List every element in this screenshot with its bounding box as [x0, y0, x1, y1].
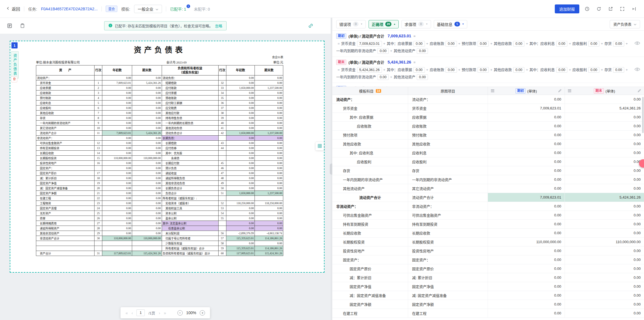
edit-column-icon[interactable] — [637, 89, 641, 93]
mapping-row[interactable]: 非流动资产：非流动资产：0.000.00 — [332, 202, 644, 211]
fullscreen-icon[interactable] — [618, 5, 626, 13]
mapping-row[interactable]: 减：固定资产减值准备减: 固定资产减值准备0.000.00 — [332, 291, 644, 300]
sheet-cell: 归属于母公司所有者 — [162, 236, 218, 241]
sheet-cell: 27 — [95, 221, 102, 226]
sheet-row: 长期待摊费用270.000.00其中: 法定盈余公积0.000.00 — [36, 221, 283, 226]
sheet-cell: 0.00 — [102, 96, 132, 101]
zoom-in-button[interactable]: + — [200, 310, 205, 316]
column-menu-icon[interactable] — [568, 89, 572, 92]
task-id-link[interactable]: F0A41B46572E47D2A2B72A2... — [41, 7, 98, 11]
term-value-chip: 0.00 — [417, 48, 428, 54]
document-viewport[interactable]: 资产负债表 会企01表 单位:丽水金汛股权投资有限公司 会计月:2023-09 … — [0, 34, 331, 320]
form-number: 会企01表 — [36, 55, 283, 59]
mapping-row[interactable]: 其中: 应收票据应收票据0.000.00 — [332, 113, 644, 122]
table-recognition-button[interactable] — [316, 142, 324, 150]
filter-tab-correct[interactable]: 正确项20▲ — [369, 20, 399, 28]
collapse-panel-icon[interactable] — [630, 5, 638, 13]
mapping-row[interactable]: 其他应收款其他应收款0.000.00 — [332, 140, 644, 148]
mapping-row[interactable]: 长期股权投资长期股权投资110,000,000.00110,000,000.00 — [332, 238, 644, 246]
original-item-cell: 预付账款 — [408, 131, 488, 139]
eye-icon[interactable] — [635, 67, 640, 72]
first-page-icon[interactable]: « — [125, 311, 128, 315]
period-begin-value: 0.00 — [488, 309, 565, 317]
mapping-row[interactable]: 固定资产原价固定资产原价0.000.00 — [332, 264, 644, 273]
zoom-out-button[interactable]: − — [177, 310, 183, 316]
period-end-value: 0.00 — [565, 246, 644, 255]
history-icon[interactable] — [583, 5, 591, 13]
mapping-row[interactable]: 流动资产：流动资产：0.000.00 — [332, 95, 644, 104]
formula-terms: =货币资金7,009,623.01+其中：应收票据0.00+应收账款0.00+预… — [336, 40, 631, 55]
period-begin-value: 0.00 — [488, 166, 565, 175]
sheet-cell: 流动资产合计 — [36, 131, 95, 136]
mapping-row[interactable]: 固定资产：固定资产：0.000.00 — [332, 255, 644, 264]
document-tab-balance-sheet[interactable]: 资产负债表 — [11, 51, 19, 79]
mapping-row[interactable]: 一年内到期的非流动资产一年内到期的非流动资产0.000.00 — [332, 175, 644, 184]
filter-tab-errors[interactable]: 错误项0▼ — [336, 20, 366, 28]
sheet-cell: 47 — [218, 171, 226, 176]
prev-page-icon[interactable]: ‹ — [132, 311, 133, 315]
page-list-icon[interactable] — [6, 22, 13, 30]
sheet-cell: 应收股利 — [36, 106, 95, 111]
accounting-period: 会计月:2023-09 — [166, 60, 187, 64]
sheet-row: 预付账款40.000.00 预收账款350.000.00 — [36, 96, 283, 101]
delete-page-button[interactable] — [11, 76, 17, 82]
append-report-button[interactable]: 追加财报 — [555, 4, 579, 13]
sheet-cell: 0.00 — [226, 91, 255, 96]
ignore-link[interactable]: 忽略 — [215, 23, 222, 28]
sheet-cell: 0.00 — [226, 221, 255, 226]
scrollbar-thumb[interactable] — [642, 97, 644, 133]
column-count-badge[interactable]: 14 — [376, 89, 381, 93]
filter-tab-basic[interactable]: 基础信息5▼ — [434, 20, 467, 28]
original-item-cell: 应收利息 — [408, 148, 488, 157]
mapping-row[interactable]: 预付款项预付账款0.000.00 — [332, 131, 644, 140]
sheet-row: 应收票据20.000.00 应付账款331,650,000.001,237,50… — [36, 86, 283, 91]
page-number-badge: 1 — [11, 42, 18, 48]
sheet-cell: 35 — [218, 96, 226, 101]
back-button[interactable]: 返回 — [6, 6, 20, 12]
mapping-row[interactable]: 流动资产合计流动资产合计7,009,623.015,424,361.26 — [332, 193, 644, 202]
mapping-row[interactable]: 投资性房地产投资性房地产0.000.00 — [332, 246, 644, 255]
formula-term: 存货0.00 — [604, 66, 624, 74]
balance-sheet-page[interactable]: 资产负债表 会企01表 单位:丽水金汛股权投资有限公司 会计月:2023-09 … — [10, 41, 325, 273]
mapping-row[interactable]: 固定资产净值固定资产净值0.000.00 — [332, 282, 644, 291]
period-begin-value: 0.00 — [488, 157, 565, 166]
template-subject-cell: 在建工程 — [332, 309, 408, 317]
mapping-row[interactable]: 在建工程在建工程0.000.00 — [332, 309, 644, 318]
original-item-cell: 流动资产合计 — [408, 193, 488, 202]
sheet-cell: 资本公积 — [162, 211, 218, 216]
edit-column-icon[interactable] — [558, 89, 562, 93]
equals-sign: = — [413, 34, 416, 38]
last-page-icon[interactable]: » — [164, 311, 166, 315]
page-input[interactable]: 1 — [137, 309, 145, 316]
original-item-cell: 非流动资产： — [408, 202, 488, 211]
sheet-cell: 56 — [218, 231, 226, 236]
mapping-row[interactable]: 货币资金货币资金7,009,623.015,424,361.26 — [332, 104, 644, 113]
export-icon[interactable] — [607, 5, 614, 13]
column-menu-icon[interactable] — [491, 89, 495, 92]
sheet-cell: 110,000,000.00 — [102, 236, 132, 241]
mapping-row[interactable]: 应收账款应收账款0.000.00 — [332, 122, 644, 131]
mapping-row[interactable]: 长期应收款长期应收款0.000.00 — [332, 229, 644, 238]
mapping-row[interactable]: 可供出售金融资产可供出售金融资产0.000.00 — [332, 211, 644, 220]
eye-icon[interactable] — [635, 41, 640, 46]
mapping-row[interactable]: 减：累计折旧减: 累计折旧0.000.00 — [332, 273, 644, 282]
sheet-cell: 1,237,500.00 — [255, 191, 283, 196]
mapping-row[interactable]: 其他流动资产其它流动资产0.000.00 — [332, 184, 644, 193]
term-value-chip: 0.00 — [446, 67, 457, 73]
sheet-cell: 0.00 — [255, 136, 283, 141]
mapping-row[interactable]: 其中: 应收利息应收利息0.000.00 — [332, 148, 644, 157]
sheet-cell: 0.00 — [226, 116, 255, 121]
mapping-row[interactable]: 持有至到期投资持有至到期投资0.000.00 — [332, 220, 644, 229]
clipboard-icon[interactable] — [18, 22, 26, 30]
template-select[interactable]: 一般企业 — [134, 5, 162, 13]
mapping-row[interactable]: 存货存货0.000.00 — [332, 166, 644, 175]
mapping-row[interactable]: 固定资产净额固定资产净额0.000.00 — [332, 300, 644, 309]
sheet-cell: 2 — [95, 86, 102, 91]
next-page-icon[interactable]: › — [159, 311, 160, 315]
filter-tab-eval[interactable]: 求值项0▼ — [401, 20, 431, 28]
refresh-icon[interactable] — [595, 5, 603, 13]
template-subject-cell: 应收账款 — [332, 122, 408, 130]
mapping-row[interactable]: 应收股利应收股利0.000.00 — [332, 157, 644, 166]
link-icon[interactable] — [307, 22, 314, 30]
sheet-select[interactable]: 资产负债表 — [610, 20, 640, 28]
